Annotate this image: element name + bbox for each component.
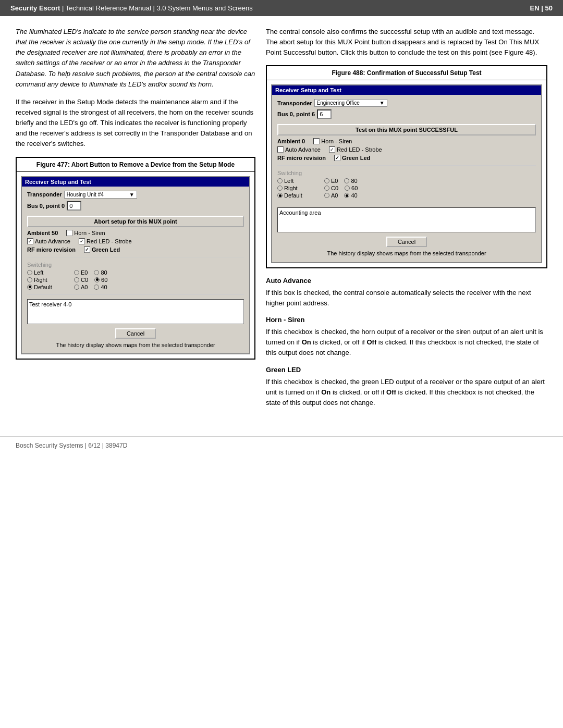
- footer-text: Bosch Security Systems | 6/12 | 38947D: [16, 442, 127, 449]
- cancel-button-477[interactable]: Cancel: [115, 328, 156, 339]
- radio-default-circle-488: [277, 193, 283, 198]
- radio-80-label: 80: [101, 269, 107, 276]
- radio-a0-circle-488: [324, 193, 329, 198]
- auto-advance-row: Auto Advance Red LED - Strobe: [27, 238, 244, 244]
- radio-e0[interactable]: E0: [74, 269, 88, 276]
- radio-left-item[interactable]: Left: [27, 269, 74, 276]
- radio-80-488[interactable]: 80: [344, 178, 357, 184]
- horn-siren-text-2: is clicked, or off if: [313, 338, 366, 346]
- radio-60-488[interactable]: 60: [345, 185, 358, 191]
- radio-c0-label-488: C0: [331, 185, 338, 191]
- radio-right-item-488[interactable]: Right: [277, 185, 324, 191]
- radio-left-circle: [27, 270, 32, 275]
- radio-a0[interactable]: A0: [74, 284, 88, 290]
- red-led-checkbox[interactable]: Red LED - Strobe: [79, 238, 132, 244]
- header-page-number: EN | 50: [530, 4, 553, 12]
- radio-default-row-488: Default A0 40: [277, 192, 536, 199]
- dialog-477-titlebar: Receiver Setup and Test: [22, 177, 249, 187]
- rf-row: RF micro revision Green Led: [27, 246, 244, 253]
- abort-button[interactable]: Abort setup for this MUX point: [27, 216, 244, 227]
- horn-siren-cb-box: [66, 230, 72, 236]
- red-led-label: Red LED - Strobe: [87, 238, 132, 244]
- dialog-488-titlebar: Receiver Setup and Test: [272, 85, 541, 95]
- body-text-right: The central console also confirms the su…: [266, 27, 547, 58]
- accounting-area-textarea[interactable]: Accounting area: [277, 207, 536, 232]
- radio-default-item[interactable]: Default: [27, 284, 74, 290]
- figure-488-title: Figure 488: Confirmation of Successful S…: [267, 66, 546, 80]
- header-subtitle: | Technical Reference Manual | 3.0 Syste…: [62, 4, 253, 12]
- radio-a0-circle: [74, 285, 79, 290]
- green-led-on-bold: On: [321, 388, 331, 396]
- bus-row: Bus 0, point 0 0: [27, 201, 244, 211]
- bus-input-488[interactable]: 6: [317, 109, 332, 119]
- dropdown-arrow-icon: ▼: [129, 192, 134, 198]
- radio-default-item-488[interactable]: Default: [277, 192, 324, 199]
- transponder-dropdown[interactable]: Housing Unit #4 ▼: [64, 191, 137, 199]
- radio-a0-488[interactable]: A0: [324, 192, 338, 199]
- horn-siren-heading: Horn - Siren: [266, 316, 547, 324]
- green-led-checkbox[interactable]: Green Led: [84, 246, 120, 253]
- radio-c0-488[interactable]: C0: [324, 185, 338, 191]
- horn-siren-cb-box-488: [313, 138, 320, 144]
- ambient-row-488: Ambient 0 Horn - Siren: [277, 138, 536, 144]
- figure-477: Figure 477: Abort Button to Remove a Dev…: [16, 157, 255, 360]
- success-button[interactable]: Test on this MUX point SUCCESSFUL: [277, 124, 536, 135]
- radio-e0-label-488: E0: [331, 178, 338, 184]
- green-led-label: Green Led: [92, 246, 120, 253]
- radio-80-circle: [94, 270, 99, 275]
- transponder-row-488: Transponder Engineering Office ▼: [277, 99, 536, 107]
- horn-siren-checkbox-488[interactable]: Horn - Siren: [313, 138, 352, 144]
- ambient-label: Ambient 50: [27, 230, 58, 236]
- radio-a0-label-488: A0: [331, 192, 338, 199]
- switching-label: Switching: [27, 262, 244, 268]
- radio-right-circle: [27, 277, 32, 282]
- radio-60-label: 60: [101, 277, 107, 283]
- horn-siren-label: Horn - Siren: [74, 230, 105, 236]
- ambient-label-488: Ambient 0: [277, 138, 305, 144]
- test-receiver-textarea[interactable]: Test receiver 4-0: [27, 299, 244, 324]
- rf-row-488: RF micro revision Green Led: [277, 155, 536, 161]
- green-led-off-bold: Off: [386, 388, 396, 396]
- radio-right-label: Right: [34, 277, 47, 283]
- page-header: Security Escort | Technical Reference Ma…: [0, 0, 563, 16]
- radio-c0[interactable]: C0: [74, 277, 88, 283]
- green-led-label-488: Green Led: [342, 155, 370, 161]
- green-led-checkbox-488[interactable]: Green Led: [334, 155, 370, 161]
- horn-siren-label-488: Horn - Siren: [321, 138, 352, 144]
- radio-e0-488[interactable]: E0: [324, 178, 338, 184]
- horn-siren-checkbox[interactable]: Horn - Siren: [66, 230, 105, 236]
- radio-right-options: C0 60: [74, 277, 107, 283]
- bus-input[interactable]: 0: [67, 201, 81, 211]
- radio-80[interactable]: 80: [94, 269, 107, 276]
- radio-e0-label: E0: [81, 269, 88, 276]
- dialog-477: Receiver Setup and Test Transponder Hous…: [21, 176, 250, 354]
- auto-advance-label: Auto Advance: [35, 238, 70, 244]
- horn-siren-off-bold: Off: [366, 338, 376, 346]
- radio-60[interactable]: 60: [94, 277, 107, 283]
- radio-left-label: Left: [34, 269, 43, 276]
- radio-e0-circle-488: [324, 178, 329, 183]
- header-title: Security Escort | Technical Reference Ma…: [10, 4, 253, 12]
- radio-right-row: Right C0 60: [27, 277, 244, 283]
- radio-c0-circle-488: [324, 186, 329, 191]
- radio-80-label-488: 80: [351, 178, 357, 184]
- transponder-value: Housing Unit #4: [67, 192, 104, 198]
- radio-right-item[interactable]: Right: [27, 277, 74, 283]
- ambient-row: Ambient 50 Horn - Siren: [27, 230, 244, 236]
- radio-40-488[interactable]: 40: [344, 192, 357, 199]
- auto-advance-checkbox[interactable]: Auto Advance: [27, 238, 70, 244]
- cancel-button-488[interactable]: Cancel: [386, 237, 427, 247]
- auto-advance-checkbox-488[interactable]: Auto Advance: [277, 146, 321, 153]
- radio-left-item-488[interactable]: Left: [277, 178, 324, 184]
- auto-advance-row-488: Auto Advance Red LED - Strobe: [277, 146, 536, 153]
- radio-left-circle-488: [277, 178, 283, 183]
- transponder-value-488: Engineering Office: [317, 100, 360, 106]
- red-led-cb-box: [79, 238, 85, 244]
- transponder-dropdown-488[interactable]: Engineering Office ▼: [314, 99, 387, 107]
- right-intro-text: The central console also confirms the su…: [266, 28, 539, 56]
- bus-row-488: Bus 0, point 6 6: [277, 109, 536, 119]
- history-text-477: The history display shows maps from the …: [27, 341, 244, 349]
- red-led-checkbox-488[interactable]: Red LED - Strobe: [329, 146, 382, 153]
- radio-40[interactable]: 40: [94, 284, 107, 290]
- dialog-488: Receiver Setup and Test Transponder Engi…: [271, 84, 542, 263]
